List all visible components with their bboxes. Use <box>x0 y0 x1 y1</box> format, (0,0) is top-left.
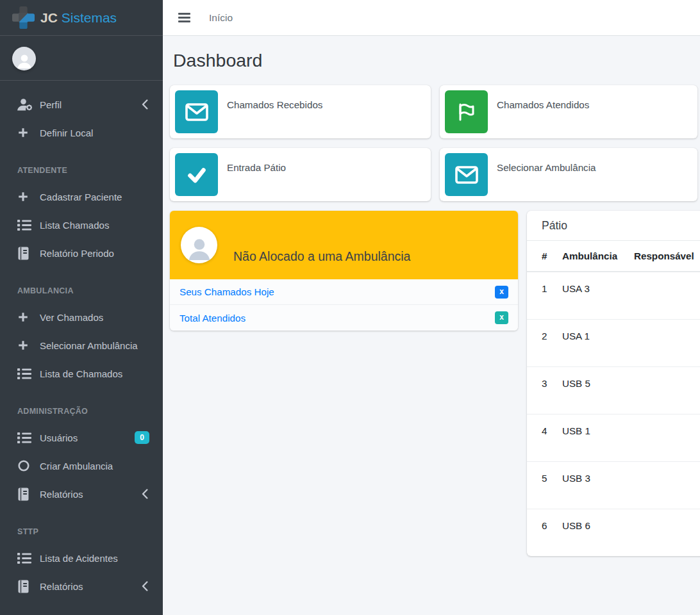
info-box-label: Selecionar Ambulância <box>497 162 596 196</box>
info-box-selecionar-ambulancia[interactable]: Selecionar Ambulância <box>440 148 697 201</box>
sidebar-section-sttp: STTP <box>0 508 163 544</box>
sidebar-item-criar-ambulancia[interactable]: Criar Ambulancia <box>0 452 163 480</box>
cell-num: 3 <box>527 366 562 414</box>
info-box-label: Chamados Recebidos <box>227 99 322 133</box>
cell-num: 2 <box>527 319 562 366</box>
plus-icon <box>17 340 33 351</box>
user-gear-icon <box>17 98 33 111</box>
sidebar-item-label: Definir Local <box>40 127 154 138</box>
table-header-row: # Ambulância Responsável <box>527 241 700 272</box>
cell-ambulancia: USA 1 <box>562 319 634 366</box>
cell-num: 4 <box>527 414 562 461</box>
brand-name-secondary: Sistemas <box>62 10 117 25</box>
brand-link[interactable]: JC Sistemas <box>0 0 163 36</box>
person-silhouette-icon <box>185 234 214 263</box>
sidebar-item-lista-chamados[interactable]: Lista Chamados <box>0 211 163 239</box>
cell-responsavel <box>634 414 700 461</box>
patio-card-title: Pátio <box>527 211 700 241</box>
sidebar-menu: Perfil Definir Local ATENDENTE Cadastrar… <box>0 81 163 600</box>
list-icon <box>17 368 33 380</box>
sidebar-item-ver-chamados[interactable]: Ver Chamados <box>0 303 163 331</box>
column-header-num: # <box>527 241 562 272</box>
page-title: Dashboard <box>173 49 694 71</box>
cell-responsavel <box>634 319 700 366</box>
sidebar: JC Sistemas Perfil Definir Local ATENDEN… <box>0 0 163 615</box>
sidebar-item-label: Relatório Periodo <box>40 248 154 259</box>
status-widget: Não Alocado a uma Ambulância Seus Chamad… <box>170 211 518 331</box>
seus-chamados-hoje-link[interactable]: Seus Chamados Hoje <box>179 286 274 297</box>
sidebar-item-selecionar-ambulancia[interactable]: Selecionar Ambulância <box>0 331 163 359</box>
sidebar-item-label: Relatórios <box>40 581 137 592</box>
sidebar-item-cadastrar-paciente[interactable]: Cadastrar Paciente <box>0 183 163 211</box>
status-widget-title: Não Alocado a uma Ambulância <box>233 250 410 263</box>
top-navbar: Início <box>163 0 700 36</box>
sidebar-section-ambulancia: AMBULANCIA <box>0 267 163 303</box>
table-row: 1 USA 3 <box>527 272 700 319</box>
count-badge: x <box>495 286 508 299</box>
column-header-responsavel: Responsável <box>634 241 700 272</box>
circle-icon <box>17 459 33 472</box>
brand-name-primary: JC <box>40 10 58 25</box>
nav-inicio-link[interactable]: Início <box>209 12 233 24</box>
cell-responsavel <box>634 366 700 414</box>
cell-ambulancia: USA 3 <box>562 272 634 319</box>
sidebar-item-relatorio-periodo[interactable]: Relatório Periodo <box>0 239 163 267</box>
sidebar-item-usuarios[interactable]: Usuários 0 <box>0 423 163 452</box>
sidebar-item-label: Criar Ambulancia <box>40 461 154 472</box>
content-area: Dashboard Chamados Recebidos Chamados At… <box>163 36 700 556</box>
cell-responsavel <box>634 461 700 509</box>
sidebar-item-perfil[interactable]: Perfil <box>0 90 163 119</box>
table-row: 2 USA 1 <box>527 319 700 366</box>
cell-ambulancia: USB 3 <box>562 461 634 509</box>
cell-num: 6 <box>527 509 562 556</box>
sidebar-item-label: Lista Chamados <box>40 220 154 231</box>
plus-icon <box>17 311 33 323</box>
flag-icon <box>445 90 488 133</box>
status-widget-header: Não Alocado a uma Ambulância <box>170 211 518 279</box>
list-item-seus-chamados-hoje: Seus Chamados Hoje x <box>170 279 518 305</box>
widget-avatar <box>181 227 217 263</box>
patio-table: # Ambulância Responsável 1 USA 3 2 <box>527 241 700 556</box>
info-box-entrada-patio[interactable]: Entrada Pátio <box>170 148 431 201</box>
sidebar-section-atendente: ATENDENTE <box>0 147 163 183</box>
sidebar-item-label: Lista de Chamados <box>40 368 154 379</box>
list-icon <box>17 432 33 444</box>
chevron-left-icon <box>142 489 148 499</box>
plus-icon <box>17 127 33 138</box>
chevron-left-icon <box>142 99 148 110</box>
cell-num: 5 <box>527 461 562 509</box>
cell-ambulancia: USB 1 <box>562 414 634 461</box>
check-icon <box>175 153 218 196</box>
list-icon <box>17 552 33 564</box>
info-box-label: Chamados Atendidos <box>497 99 589 133</box>
plus-icon <box>17 191 33 202</box>
cell-responsavel <box>634 509 700 556</box>
info-box-chamados-recebidos[interactable]: Chamados Recebidos <box>170 85 431 138</box>
count-badge: x <box>495 311 508 324</box>
envelope-icon <box>445 153 488 196</box>
users-count-badge: 0 <box>135 431 149 444</box>
sidebar-item-label: Ver Chamados <box>40 312 154 323</box>
sidebar-item-label: Relatórios <box>40 489 137 500</box>
sidebar-item-label: Cadastrar Paciente <box>40 192 154 202</box>
sidebar-item-label: Lista de Acidentes <box>40 553 154 564</box>
person-silhouette-icon <box>15 51 34 70</box>
envelope-icon <box>175 90 218 133</box>
info-boxes: Chamados Recebidos Chamados Atendidos En… <box>170 85 694 201</box>
list-icon <box>17 219 33 231</box>
table-row: 3 USB 5 <box>527 366 700 414</box>
sidebar-item-lista-de-acidentes[interactable]: Lista de Acidentes <box>0 544 163 572</box>
sidebar-item-definir-local[interactable]: Definir Local <box>0 119 163 147</box>
sidebar-item-relatorios-sttp[interactable]: Relatórios <box>0 572 163 600</box>
total-atendidos-link[interactable]: Total Atendidos <box>179 313 246 324</box>
table-row: 5 USB 3 <box>527 461 700 509</box>
user-panel <box>0 36 163 81</box>
cell-ambulancia: USB 5 <box>562 366 634 414</box>
user-avatar[interactable] <box>12 47 36 70</box>
sidebar-item-relatorios-admin[interactable]: Relatórios <box>0 480 163 508</box>
sidebar-item-lista-de-chamados[interactable]: Lista de Chamados <box>0 359 163 388</box>
sidebar-toggle-icon[interactable] <box>178 11 190 24</box>
sidebar-item-label: Selecionar Ambulância <box>40 340 154 351</box>
info-box-chamados-atendidos[interactable]: Chamados Atendidos <box>440 85 697 138</box>
list-item-total-atendidos: Total Atendidos x <box>170 305 518 331</box>
